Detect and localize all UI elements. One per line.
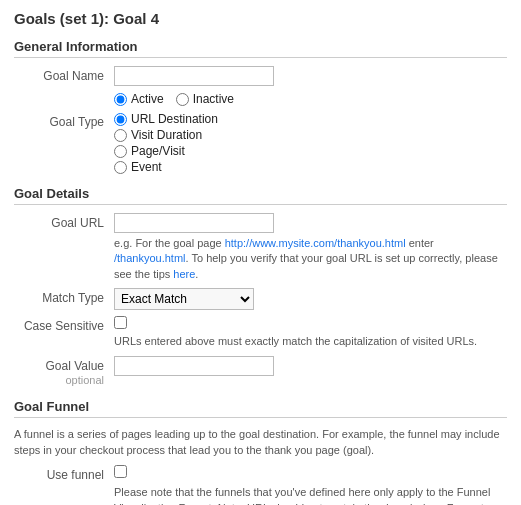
goal-funnel-heading: Goal Funnel [14,399,507,418]
use-funnel-label: Use funnel [14,465,114,482]
goal-url-input[interactable] [114,213,274,233]
goal-type-label: Goal Type [14,112,114,129]
goal-type-visit-label: Visit Duration [131,128,202,142]
goal-value-label: Goal Value optional [14,356,114,387]
goal-type-url-row: URL Destination [114,112,507,126]
page-title: Goals (set 1): Goal 4 [14,10,507,27]
use-funnel-checkbox[interactable] [114,465,127,478]
inactive-radio[interactable] [176,93,189,106]
goal-name-input[interactable] [114,66,274,86]
goal-type-page-radio[interactable] [114,145,127,158]
goal-type-event-row: Event [114,160,507,174]
active-radio-row: Active [114,92,164,106]
case-sensitive-note: URLs entered above must exactly match th… [114,334,507,349]
goal-type-url-label: URL Destination [131,112,218,126]
goal-type-event-label: Event [131,160,162,174]
goal-details-heading: Goal Details [14,186,507,205]
goal-type-url-radio[interactable] [114,113,127,126]
goal-url-label: Goal URL [14,213,114,230]
goal-type-event-radio[interactable] [114,161,127,174]
goal-type-visit-row: Visit Duration [114,128,507,142]
active-radio[interactable] [114,93,127,106]
goal-type-page-row: Page/Visit [114,144,507,158]
goal-type-visit-radio[interactable] [114,129,127,142]
general-info-heading: General Information [14,39,507,58]
active-label: Active [131,92,164,106]
funnel-note: Please note that the funnels that you've… [114,484,507,505]
goal-value-input[interactable] [114,356,274,376]
info-link-1[interactable]: http://www.mysite.com/thankyou.html [225,237,406,249]
goal-name-label: Goal Name [14,66,114,83]
goal-url-info: e.g. For the goal page http://www.mysite… [114,236,507,282]
info-link-here[interactable]: here [173,268,195,280]
goal-type-group: URL Destination Visit Duration Page/Visi… [114,112,507,174]
goal-type-page-label: Page/Visit [131,144,185,158]
funnel-description: A funnel is a series of pages leading up… [14,426,507,459]
case-sensitive-label: Case Sensitive [14,316,114,333]
match-type-select[interactable]: Exact Match Head Match Regular Expressio… [114,288,254,310]
inactive-label: Inactive [193,92,234,106]
case-sensitive-checkbox[interactable] [114,316,127,329]
match-type-label: Match Type [14,288,114,305]
inactive-radio-row: Inactive [176,92,234,106]
